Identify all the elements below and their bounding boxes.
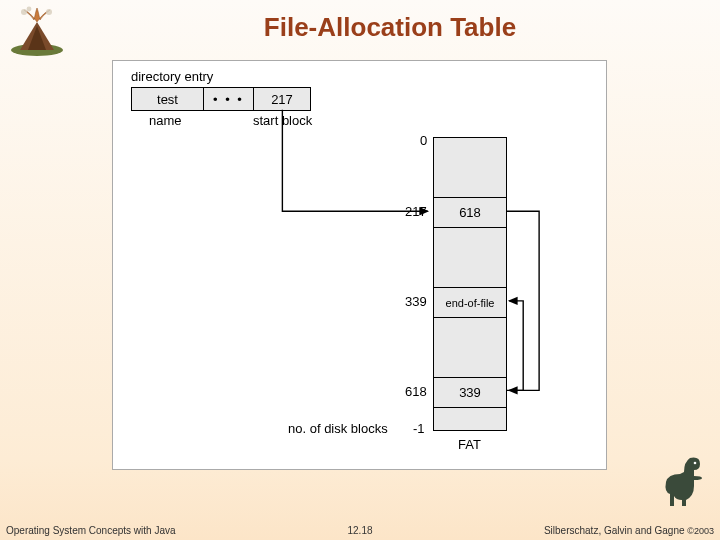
dir-entry-startblock: 217: [254, 88, 310, 110]
index-618: 618: [405, 384, 427, 399]
fat-row-618: 339: [434, 378, 506, 408]
no-disk-blocks-label: no. of disk blocks: [288, 421, 388, 436]
fat-row-blank-top: [434, 138, 506, 198]
volcano-icon: [6, 6, 68, 62]
dinosaur-icon: [660, 452, 706, 514]
footer-page-number: 12.18: [347, 525, 372, 536]
name-label: name: [149, 113, 182, 128]
index-339: 339: [405, 294, 427, 309]
dir-entry-name: test: [132, 88, 204, 110]
fat-row-blank-mid1: [434, 228, 506, 288]
fat-row-blank-mid2: [434, 318, 506, 378]
index-217: 217: [405, 204, 427, 219]
svg-point-6: [694, 462, 697, 465]
svg-point-4: [27, 7, 32, 12]
footer-left: Operating System Concepts with Java: [6, 525, 176, 536]
fat-row-339: end-of-file: [434, 288, 506, 318]
svg-point-3: [21, 9, 27, 15]
dir-entry-ellipsis: • • •: [204, 88, 254, 110]
footer-right: Silberschatz, Galvin and Gagne ©2003: [544, 525, 714, 536]
footer: Operating System Concepts with Java 12.1…: [0, 520, 720, 538]
index-0: 0: [420, 133, 427, 148]
directory-entry-box: test • • • 217: [131, 87, 311, 111]
arrows-layer: [113, 61, 606, 469]
fat-caption: FAT: [458, 437, 481, 452]
directory-entry-label: directory entry: [131, 69, 213, 84]
fat-row-blank-bottom: [434, 408, 506, 430]
start-block-label: start block: [253, 113, 312, 128]
slide-title: File-Allocation Table: [60, 0, 720, 43]
fat-table: 618 end-of-file 339: [433, 137, 507, 431]
diagram-frame: directory entry test • • • 217 name star…: [112, 60, 607, 470]
fat-diagram: directory entry test • • • 217 name star…: [113, 61, 606, 469]
index-minus1: -1: [413, 421, 425, 436]
svg-point-5: [46, 9, 52, 15]
fat-row-217: 618: [434, 198, 506, 228]
